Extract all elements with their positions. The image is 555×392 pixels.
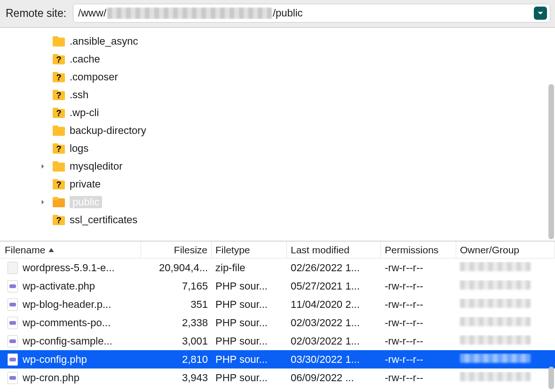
file-name: wp-activate.php (23, 280, 95, 292)
column-header-permissions[interactable]: Permissions (381, 242, 456, 258)
file-name-cell: wp-comments-po... (4, 317, 141, 329)
tree-item[interactable]: ?.ssh (0, 86, 555, 104)
file-name: wordpress-5.9.1-e... (23, 262, 115, 274)
php-file-icon (8, 335, 18, 347)
path-suffix: /public (273, 7, 303, 19)
file-modified: 02/03/2022 1... (287, 317, 381, 329)
tree-item-label: mysqleditor (70, 160, 122, 172)
zip-file-icon (8, 262, 18, 274)
file-name-cell: wp-cron.php (4, 372, 141, 384)
column-label: Filetype (215, 244, 250, 256)
tree-item[interactable]: ?logs (0, 140, 555, 157)
redacted-owner (460, 335, 531, 345)
question-mark-icon: ? (53, 180, 65, 189)
redacted-segment (107, 8, 272, 19)
tree-item-label: logs (70, 142, 88, 155)
tree-item[interactable]: ?private (0, 175, 555, 193)
file-modified: 03/30/2022 1... (287, 353, 381, 366)
redacted-owner (460, 280, 531, 290)
tree-item-label: .wp-cli (70, 107, 99, 119)
question-mark-icon: ? (53, 216, 65, 225)
file-row[interactable]: wp-config-sample...3,001PHP sour...02/03… (0, 332, 555, 350)
tree-item-label: .ssh (70, 89, 88, 101)
remote-path-field[interactable]: /www/ /public (73, 4, 550, 23)
question-mark-icon: ? (53, 109, 65, 118)
tree-item[interactable]: ?.cache (0, 50, 555, 68)
file-owner (456, 317, 555, 329)
tree-item[interactable]: public (0, 193, 555, 211)
column-header-filename[interactable]: Filename (0, 242, 141, 258)
file-modified: 02/26/2022 1... (287, 262, 381, 274)
file-size: 3,943 (141, 372, 212, 384)
file-name-cell: wordpress-5.9.1-e... (4, 262, 141, 274)
file-name: wp-comments-po... (23, 317, 111, 329)
file-type: PHP sour... (212, 280, 287, 292)
file-owner (456, 372, 555, 384)
question-mark-icon: ? (53, 73, 65, 82)
file-list-scrollbar[interactable] (548, 367, 554, 389)
file-row[interactable]: wp-cron.php3,943PHP sour...06/09/2022 ..… (0, 368, 555, 387)
redacted-owner (460, 317, 531, 326)
file-owner (456, 262, 555, 274)
file-name: wp-cron.php (23, 372, 79, 384)
file-owner (456, 298, 555, 311)
file-permissions: -rw-r--r-- (381, 372, 456, 384)
file-row[interactable]: wp-config.php2,810PHP sour...03/30/2022 … (0, 350, 555, 368)
folder-icon (53, 197, 65, 207)
tree-item[interactable]: mysqleditor (0, 157, 555, 175)
file-name: wp-config.php (23, 353, 87, 366)
question-mark-icon: ? (53, 55, 65, 64)
file-list-header: Filename Filesize Filetype Last modified… (0, 242, 555, 259)
tree-item-label: private (70, 178, 101, 190)
tree-item[interactable]: ?.composer (0, 68, 555, 86)
column-label: Last modified (291, 244, 349, 256)
redacted-owner (460, 372, 531, 381)
file-size: 2,338 (141, 317, 212, 329)
folder-unknown-icon: ? (53, 179, 65, 189)
file-permissions: -rw-r--r-- (381, 353, 456, 366)
column-header-modified[interactable]: Last modified (287, 242, 381, 258)
file-name-cell: wp-activate.php (4, 280, 141, 292)
file-name: wp-blog-header.p... (23, 298, 111, 311)
column-header-filesize[interactable]: Filesize (141, 242, 212, 258)
file-name-cell: wp-config-sample... (4, 335, 141, 347)
file-row[interactable]: wp-activate.php7,165PHP sour...05/27/202… (0, 277, 555, 295)
redacted-owner (460, 262, 531, 271)
path-dropdown-button[interactable] (534, 7, 547, 20)
tree-item[interactable]: ?.wp-cli (0, 104, 555, 122)
file-permissions: -rw-r--r-- (381, 335, 456, 347)
file-permissions: -rw-r--r-- (381, 262, 456, 274)
file-modified: 06/09/2022 ... (287, 372, 381, 384)
remote-file-list[interactable]: Filename Filesize Filetype Last modified… (0, 242, 555, 392)
remote-directory-tree[interactable]: .ansible_async?.cache?.composer?.ssh?.wp… (0, 28, 555, 242)
column-header-filetype[interactable]: Filetype (212, 242, 287, 258)
file-modified: 05/27/2021 1... (287, 280, 381, 292)
file-name-cell: wp-blog-header.p... (4, 298, 141, 311)
folder-icon (53, 36, 65, 47)
file-modified: 11/04/2020 2... (287, 298, 381, 311)
column-label: Filesize (174, 244, 207, 256)
tree-item[interactable]: ?ssl_certificates (0, 211, 555, 229)
tree-item-label: backup-directory (70, 125, 146, 137)
folder-unknown-icon: ? (53, 143, 65, 154)
file-type: PHP sour... (212, 317, 287, 329)
file-size: 7,165 (141, 280, 212, 292)
folder-unknown-icon: ? (53, 72, 65, 82)
tree-item[interactable]: .ansible_async (0, 32, 555, 50)
tree-item-label: .ansible_async (70, 35, 138, 47)
tree-item[interactable]: backup-directory (0, 122, 555, 140)
file-row[interactable]: wp-comments-po...2,338PHP sour...02/03/2… (0, 314, 555, 332)
column-header-owner[interactable]: Owner/Group (456, 242, 555, 258)
folder-icon (53, 125, 65, 136)
remote-site-bar: Remote site: /www/ /public (0, 0, 555, 28)
sort-ascending-icon (48, 247, 55, 253)
expand-chevron-icon[interactable] (38, 199, 48, 205)
file-row[interactable]: wp-blog-header.p...351PHP sour...11/04/2… (0, 295, 555, 314)
redacted-owner (460, 298, 531, 308)
expand-chevron-icon[interactable] (38, 164, 48, 169)
tree-scrollbar[interactable] (548, 84, 554, 239)
file-size: 351 (141, 298, 212, 311)
file-row[interactable]: wordpress-5.9.1-e...20,904,4...zip-file0… (0, 259, 555, 277)
path-prefix: /www/ (78, 7, 106, 19)
file-name: wp-config-sample... (23, 335, 112, 347)
